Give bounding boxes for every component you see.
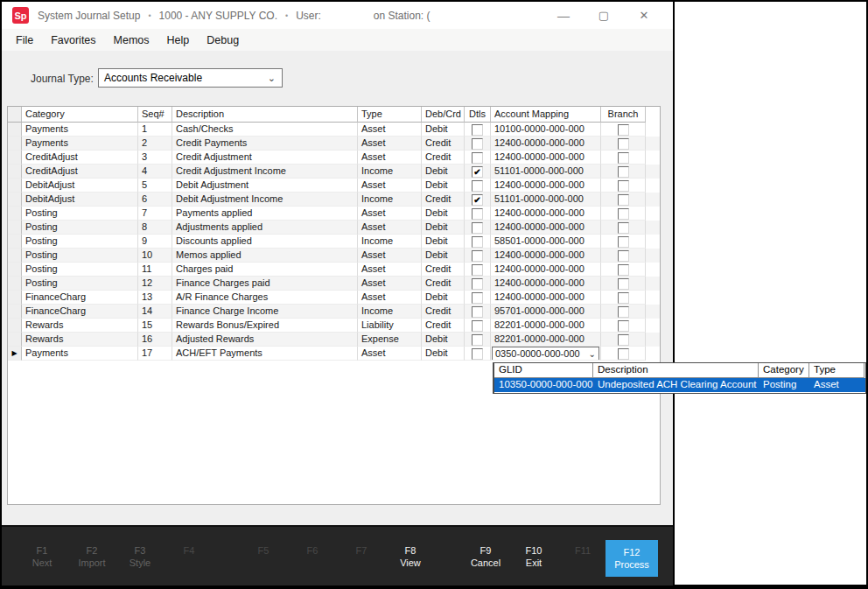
cell-account-mapping[interactable]: 12400-0000-000-000 (491, 137, 601, 151)
branch-checkbox[interactable] (618, 222, 629, 234)
account-mapping-combo[interactable]: 0350-0000-000-000⌄ (492, 347, 599, 361)
cell-dtls[interactable] (465, 151, 491, 165)
cell-type[interactable]: Asset (358, 207, 422, 221)
cell-seq[interactable]: 9 (138, 235, 172, 249)
branch-checkbox[interactable] (618, 138, 629, 150)
cell-category[interactable]: Posting (22, 249, 138, 263)
cell-branch[interactable] (601, 123, 646, 137)
cell-seq[interactable]: 4 (138, 165, 172, 179)
dtls-checkbox[interactable] (472, 292, 483, 304)
cell-account-mapping[interactable]: 0350-0000-000-000⌄ (491, 347, 601, 361)
cell-dtls[interactable] (465, 305, 491, 319)
cell-seq[interactable]: 2 (138, 137, 172, 151)
cell-debcrd[interactable]: Debit (422, 123, 465, 137)
row-selector[interactable] (8, 165, 22, 179)
cell-type[interactable]: Asset (358, 179, 422, 193)
cell-account-mapping[interactable]: 12400-0000-000-000 (491, 277, 601, 291)
cell-description[interactable]: ACH/EFT Payments (172, 347, 358, 361)
branch-checkbox[interactable] (618, 194, 629, 206)
cell-branch[interactable] (601, 137, 646, 151)
cell-seq[interactable]: 11 (138, 263, 172, 277)
cell-branch[interactable] (601, 263, 646, 277)
dtls-checkbox[interactable] (472, 222, 483, 234)
cell-dtls[interactable] (465, 333, 491, 347)
cell-debcrd[interactable]: Credit (422, 277, 465, 291)
cell-category[interactable]: CreditAdjust (22, 165, 138, 179)
cell-branch[interactable] (601, 179, 646, 193)
cell-debcrd[interactable]: Debit (422, 207, 465, 221)
fkey-f10[interactable]: F10Exit (509, 544, 558, 569)
cell-account-mapping[interactable]: 12400-0000-000-000 (491, 263, 601, 277)
cell-dtls[interactable] (465, 207, 491, 221)
cell-type[interactable]: Asset (358, 137, 422, 151)
dtls-checkbox[interactable]: ✔ (472, 194, 483, 206)
row-selector[interactable] (8, 305, 22, 319)
cell-category[interactable]: Payments (22, 347, 138, 361)
cell-debcrd[interactable]: Debit (422, 333, 465, 347)
cell-debcrd[interactable]: Debit (422, 221, 465, 235)
cell-category[interactable]: FinanceCharg (22, 305, 138, 319)
row-selector[interactable]: ▶ (8, 347, 22, 361)
branch-checkbox[interactable] (618, 334, 629, 346)
cell-category[interactable]: Posting (22, 263, 138, 277)
cell-category[interactable]: Posting (22, 277, 138, 291)
cell-description[interactable]: Credit Adjustment (172, 151, 358, 165)
dtls-checkbox[interactable] (472, 152, 483, 164)
row-selector[interactable] (8, 123, 22, 137)
cell-description[interactable]: Charges paid (172, 263, 358, 277)
row-selector[interactable] (8, 263, 22, 277)
cell-category[interactable]: Rewards (22, 333, 138, 347)
row-selector[interactable] (8, 333, 22, 347)
cell-description[interactable]: A/R Finance Charges (172, 291, 358, 305)
cell-dtls[interactable] (465, 123, 491, 137)
fkey-f9[interactable]: F9Cancel (461, 544, 510, 569)
cell-branch[interactable] (601, 235, 646, 249)
cell-debcrd[interactable]: Debit (422, 249, 465, 263)
maximize-button[interactable]: ▢ (584, 2, 624, 29)
cell-seq[interactable]: 6 (138, 193, 172, 207)
row-selector[interactable] (8, 277, 22, 291)
branch-checkbox[interactable] (618, 292, 629, 304)
cell-type[interactable]: Income (358, 193, 422, 207)
cell-debcrd[interactable]: Credit (422, 305, 465, 319)
cell-account-mapping[interactable]: 12400-0000-000-000 (491, 151, 601, 165)
cell-category[interactable]: Payments (22, 123, 138, 137)
branch-checkbox[interactable] (618, 348, 629, 360)
branch-checkbox[interactable] (618, 278, 629, 290)
row-selector[interactable] (8, 221, 22, 235)
cell-type[interactable]: Asset (358, 291, 422, 305)
row-selector[interactable] (8, 193, 22, 207)
dtls-checkbox[interactable] (472, 208, 483, 220)
dtls-checkbox[interactable] (472, 180, 483, 192)
cell-type[interactable]: Expense (358, 333, 422, 347)
branch-checkbox[interactable] (618, 320, 629, 332)
cell-account-mapping[interactable]: 12400-0000-000-000 (491, 249, 601, 263)
cell-debcrd[interactable]: Credit (422, 137, 465, 151)
cell-category[interactable]: Rewards (22, 319, 138, 333)
cell-type[interactable]: Income (358, 235, 422, 249)
cell-description[interactable]: Finance Charge Income (172, 305, 358, 319)
cell-description[interactable]: Finance Charges paid (172, 277, 358, 291)
cell-type[interactable]: Asset (358, 151, 422, 165)
cell-debcrd[interactable]: Debit (422, 347, 465, 361)
branch-checkbox[interactable] (618, 250, 629, 262)
cell-account-mapping[interactable]: 51101-0000-000-000 (491, 165, 601, 179)
cell-branch[interactable] (601, 319, 646, 333)
cell-type[interactable]: Asset (358, 277, 422, 291)
cell-account-mapping[interactable]: 12400-0000-000-000 (491, 291, 601, 305)
cell-seq[interactable]: 8 (138, 221, 172, 235)
cell-dtls[interactable] (465, 277, 491, 291)
cell-description[interactable]: Adjustments applied (172, 221, 358, 235)
cell-category[interactable]: DebitAdjust (22, 193, 138, 207)
cell-category[interactable]: Posting (22, 207, 138, 221)
dtls-checkbox[interactable] (472, 306, 483, 318)
cell-description[interactable]: Discounts applied (172, 235, 358, 249)
branch-checkbox[interactable] (618, 180, 629, 192)
row-selector[interactable] (8, 319, 22, 333)
cell-account-mapping[interactable]: 95701-0000-000-000 (491, 305, 601, 319)
cell-type[interactable]: Liability (358, 319, 422, 333)
cell-debcrd[interactable]: Credit (422, 193, 465, 207)
cell-dtls[interactable] (465, 347, 491, 361)
cell-account-mapping[interactable]: 12400-0000-000-000 (491, 221, 601, 235)
dtls-checkbox[interactable]: ✔ (472, 166, 483, 178)
